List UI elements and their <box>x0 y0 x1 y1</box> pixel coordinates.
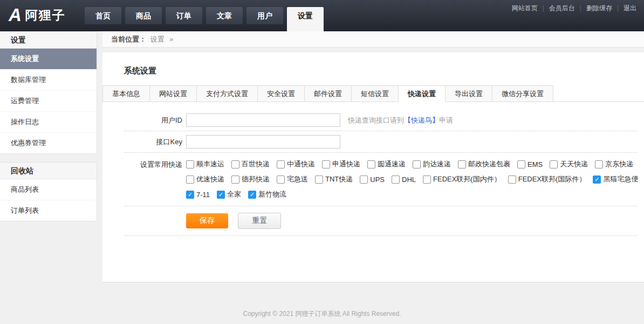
save-button[interactable]: 保存 <box>186 213 228 228</box>
settings-tab-3[interactable]: 安全设置 <box>258 85 305 102</box>
courier-checkbox[interactable] <box>231 176 239 184</box>
content-panel: 系统设置 基本信息网站设置支付方式设置安全设置邮件设置短信设置快递设置导出设置微… <box>102 52 644 282</box>
user-id-input[interactable] <box>186 113 340 127</box>
sidebar: 设置系统设置数据库管理运费管理操作日志优惠券管理回收站商品列表订单列表 <box>0 31 97 230</box>
top-link-0[interactable]: 网站首页 <box>512 4 538 12</box>
courier-option-1-0[interactable]: 优速快递 <box>186 174 224 184</box>
courier-checkbox[interactable] <box>392 176 400 184</box>
breadcrumb-current-link[interactable]: 设置 <box>150 35 165 43</box>
courier-option-1-6[interactable]: FEDEX联邦(国内件） <box>423 174 501 184</box>
courier-option-0-4[interactable]: 圆通速递 <box>367 159 406 169</box>
settings-tab-1[interactable]: 网站设置 <box>150 85 197 102</box>
courier-option-1-2[interactable]: 宅急送 <box>277 174 308 184</box>
main-nav-item-1[interactable]: 商品 <box>125 7 162 24</box>
courier-checkbox[interactable] <box>277 160 285 168</box>
courier-option-1-7[interactable]: FEDEX联邦(国际件） <box>508 174 586 184</box>
top-link-1[interactable]: 会员后台 <box>549 4 575 12</box>
api-hint-suffix: 申请 <box>439 116 453 124</box>
settings-tab-0[interactable]: 基本信息 <box>102 85 150 102</box>
courier-option-0-0[interactable]: 顺丰速运 <box>186 159 224 169</box>
courier-option-1-3[interactable]: TNT快递 <box>315 174 353 184</box>
courier-checkbox[interactable] <box>322 160 330 168</box>
courier-checkbox[interactable]: ✓ <box>186 191 194 199</box>
courier-option-0-9[interactable]: 京东快递 <box>595 159 633 169</box>
settings-tab-7[interactable]: 导出设置 <box>446 85 492 102</box>
courier-checkbox[interactable] <box>413 160 421 168</box>
courier-checkbox[interactable] <box>315 176 323 184</box>
courier-checkbox[interactable]: ✓ <box>248 191 256 199</box>
breadcrumb: 当前位置： 设置 » <box>102 31 644 48</box>
courier-option-label: 新竹物流 <box>258 190 286 199</box>
sidebar-item-0-3[interactable]: 操作日志 <box>0 112 97 133</box>
top-link-divider: | <box>617 4 619 12</box>
main-nav-item-4[interactable]: 用户 <box>246 7 283 24</box>
courier-checkbox[interactable] <box>231 160 239 168</box>
courier-checkbox[interactable] <box>186 176 194 184</box>
settings-tab-5[interactable]: 短信设置 <box>352 85 399 102</box>
courier-checkbox[interactable]: ✓ <box>217 191 225 199</box>
sidebar-item-0-4[interactable]: 优惠券管理 <box>0 133 97 153</box>
courier-checkbox[interactable] <box>186 160 194 168</box>
sidebar-item-1-1[interactable]: 订单列表 <box>0 200 97 221</box>
courier-option-2-2[interactable]: ✓新竹物流 <box>248 190 286 199</box>
courier-option-0-6[interactable]: 邮政快递包裹 <box>458 159 510 169</box>
courier-checkbox[interactable] <box>367 160 375 168</box>
top-header: A 阿狸子 网站首页|会员后台|删除缓存|退出 首页商品订单文章用户设置 <box>0 0 644 31</box>
courier-option-label: 韵达速递 <box>423 159 451 169</box>
courier-option-label: 全家 <box>227 190 241 199</box>
sidebar-item-0-0[interactable]: 系统设置 <box>0 49 97 70</box>
main-nav-item-2[interactable]: 订单 <box>166 7 202 24</box>
courier-option-2-0[interactable]: ✓7-11 <box>186 191 210 199</box>
user-id-row: 用户ID 快递查询接口请到【快递鸟】申请 <box>124 110 638 131</box>
courier-line-2: ✓7-11✓全家✓新竹物流 <box>186 187 644 202</box>
settings-tab-4[interactable]: 邮件设置 <box>305 85 352 102</box>
sidebar-item-0-2[interactable]: 运费管理 <box>0 91 97 112</box>
main-nav-item-5[interactable]: 设置 <box>287 7 324 31</box>
sidebar-section-title-0: 设置 <box>0 32 97 49</box>
courier-option-label: 优速快递 <box>196 174 224 184</box>
api-key-label: 接口Key <box>124 137 186 147</box>
courier-option-1-4[interactable]: UPS <box>360 176 385 184</box>
courier-checkbox[interactable] <box>458 160 466 168</box>
courier-checkbox[interactable] <box>277 176 285 184</box>
settings-tab-6[interactable]: 快递设置 <box>399 85 446 102</box>
reset-button[interactable]: 重置 <box>238 213 281 229</box>
courier-option-1-5[interactable]: DHL <box>392 176 416 184</box>
sidebar-item-1-0[interactable]: 商品列表 <box>0 179 97 200</box>
courier-option-1-8[interactable]: ✓黑猫宅急便 <box>593 174 638 184</box>
top-link-2[interactable]: 删除缓存 <box>586 4 612 12</box>
courier-option-label: 宅急送 <box>287 174 308 184</box>
settings-tab-8[interactable]: 微信分享设置 <box>492 85 553 102</box>
user-id-label: 用户ID <box>124 116 186 125</box>
courier-option-0-1[interactable]: 百世快递 <box>231 159 270 169</box>
courier-checkbox[interactable] <box>517 160 525 168</box>
main-nav-item-0[interactable]: 首页 <box>85 7 121 24</box>
courier-option-0-5[interactable]: 韵达速递 <box>413 159 451 169</box>
main-nav-item-3[interactable]: 文章 <box>206 7 243 24</box>
courier-checkbox[interactable] <box>360 176 368 184</box>
api-key-row: 接口Key <box>124 131 638 153</box>
breadcrumb-label: 当前位置： <box>111 35 146 43</box>
courier-option-0-2[interactable]: 中通快递 <box>277 159 315 169</box>
courier-option-1-1[interactable]: 德邦快递 <box>231 174 270 184</box>
courier-option-label: TNT快递 <box>325 174 353 184</box>
courier-option-0-7[interactable]: EMS <box>517 160 543 168</box>
api-hint-prefix: 快递查询接口请到 <box>348 116 404 124</box>
courier-option-0-8[interactable]: 天天快递 <box>550 159 588 169</box>
sidebar-item-0-1[interactable]: 数据库管理 <box>0 70 97 91</box>
courier-option-0-3[interactable]: 申通快递 <box>322 159 360 169</box>
courier-checkbox[interactable] <box>550 160 558 168</box>
kuaidiniao-link[interactable]: 【快递鸟】 <box>404 116 439 124</box>
api-hint: 快递查询接口请到【快递鸟】申请 <box>348 116 453 125</box>
settings-tab-2[interactable]: 支付方式设置 <box>197 85 258 102</box>
courier-checkbox[interactable]: ✓ <box>593 176 601 184</box>
courier-option-2-1[interactable]: ✓全家 <box>217 190 241 199</box>
api-key-input[interactable] <box>186 135 340 148</box>
courier-checkbox[interactable] <box>508 176 516 184</box>
top-utility-links: 网站首页|会员后台|删除缓存|退出 <box>512 4 636 13</box>
courier-checkbox[interactable] <box>595 160 603 168</box>
app-logo[interactable]: A 阿狸子 <box>9 4 66 26</box>
top-link-3[interactable]: 退出 <box>624 4 636 12</box>
courier-line-0: 顺丰速运百世快递中通快递申通快递圆通速递韵达速递邮政快递包裹EMS天天快递京东快… <box>186 157 644 172</box>
courier-checkbox[interactable] <box>423 176 431 184</box>
